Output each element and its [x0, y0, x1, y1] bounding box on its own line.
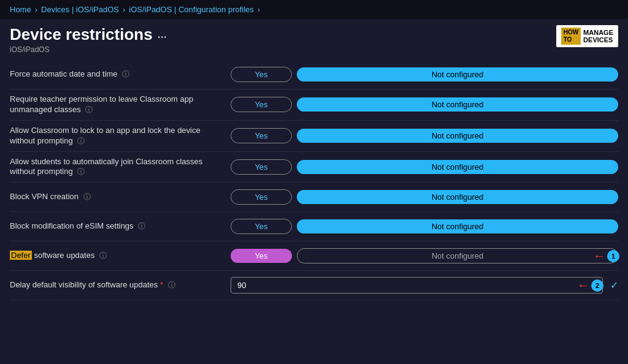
info-block-vpn[interactable]: ⓘ	[83, 192, 91, 201]
page-title-text: Device restrictions	[10, 25, 153, 44]
controls-block-esim: Yes Not configured	[231, 219, 618, 234]
badge-1: 1	[607, 250, 619, 262]
breadcrumb-sep-2: ›	[123, 5, 125, 14]
controls-defer-updates: Yes Not configured ← 1	[231, 248, 618, 264]
logo-manage: MANAGEDEVICES	[583, 29, 613, 44]
breadcrumb-sep-3: ›	[258, 5, 260, 14]
breadcrumb-sep-1: ›	[35, 5, 37, 14]
ellipsis-menu[interactable]: ...	[158, 28, 167, 41]
not-configured-block-esim[interactable]: Not configured	[297, 219, 618, 233]
breadcrumb: Home › Devices | iOS/iPadOS › iOS/iPadOS…	[0, 0, 628, 19]
label-classroom-lock: Allow Classroom to lock to an app and lo…	[10, 126, 231, 146]
label-block-esim: Block modification of eSIM settings ⓘ	[10, 221, 231, 232]
row-block-vpn: Block VPN creation ⓘ Yes Not configured	[10, 183, 618, 212]
not-configured-force-date[interactable]: Not configured	[297, 67, 618, 82]
row-students-join: Allow students to automatically join Cla…	[10, 152, 618, 183]
arrow-badge-2: ← 2	[577, 278, 603, 292]
not-configured-teacher[interactable]: Not configured	[297, 97, 618, 112]
info-force-date[interactable]: ⓘ	[122, 70, 129, 78]
row-delay-visibility: Delay default visibility of software upd…	[10, 271, 618, 300]
not-configured-block-vpn[interactable]: Not configured	[297, 190, 618, 204]
controls-students-join: Yes Not configured	[231, 159, 618, 175]
not-configured-classroom-lock[interactable]: Not configured	[297, 129, 618, 143]
row-force-date-time: Force automatic date and time ⓘ Yes Not …	[10, 60, 618, 89]
label-block-vpn: Block VPN creation ⓘ	[10, 192, 231, 202]
logo-howto: HOWTO	[561, 28, 581, 45]
info-classroom-lock[interactable]: ⓘ	[77, 137, 85, 145]
page-title: Device restrictions ...	[10, 25, 167, 44]
arrow-icon-2: ←	[577, 278, 589, 292]
controls-force-date-time: Yes Not configured	[231, 67, 618, 82]
label-teacher-permission: Require teacher permission to leave Clas…	[10, 94, 231, 115]
yes-button-block-vpn[interactable]: Yes	[231, 189, 292, 205]
badge-2: 2	[591, 279, 603, 292]
yes-button-block-esim[interactable]: Yes	[231, 219, 292, 234]
breadcrumb-profiles[interactable]: iOS/iPadOS | Configuration profiles	[129, 5, 254, 14]
controls-block-vpn: Yes Not configured	[231, 189, 618, 205]
checkmark-icon: ✓	[610, 279, 618, 291]
title-block: Device restrictions ... iOS/iPadOS	[10, 25, 167, 54]
header: Device restrictions ... iOS/iPadOS HOWTO…	[0, 19, 628, 58]
info-teacher[interactable]: ⓘ	[85, 105, 93, 114]
defer-highlight: Defer	[10, 251, 32, 260]
page-subtitle: iOS/iPadOS	[10, 45, 167, 54]
not-configured-defer-text: Not configured	[432, 251, 484, 260]
yes-button-students-join[interactable]: Yes	[231, 159, 292, 175]
row-block-esim: Block modification of eSIM settings ⓘ Ye…	[10, 212, 618, 241]
yes-button-force-date[interactable]: Yes	[231, 67, 292, 82]
delay-input[interactable]	[231, 277, 603, 294]
controls-classroom-lock: Yes Not configured	[231, 128, 618, 143]
arrow-badge-1: ← 1	[593, 249, 619, 263]
controls-teacher-permission: Yes Not configured	[231, 97, 618, 112]
controls-delay-visibility: ← 2 ✓	[231, 277, 618, 294]
info-delay[interactable]: ⓘ	[168, 281, 175, 289]
not-configured-defer[interactable]: Not configured	[297, 248, 618, 264]
breadcrumb-home[interactable]: Home	[10, 5, 31, 14]
yes-button-teacher[interactable]: Yes	[231, 97, 292, 112]
breadcrumb-devices[interactable]: Devices | iOS/iPadOS	[41, 5, 119, 14]
yes-button-defer[interactable]: Yes	[231, 249, 292, 263]
label-students-join: Allow students to automatically join Cla…	[10, 157, 231, 178]
row-teacher-permission: Require teacher permission to leave Clas…	[10, 89, 618, 121]
settings-content: Force automatic date and time ⓘ Yes Not …	[0, 58, 628, 303]
not-configured-students-join[interactable]: Not configured	[297, 160, 618, 174]
logo: HOWTO MANAGEDEVICES	[556, 25, 618, 47]
label-delay-visibility: Delay default visibility of software upd…	[10, 280, 231, 290]
info-block-esim[interactable]: ⓘ	[138, 222, 145, 230]
label-force-date-time: Force automatic date and time ⓘ	[10, 69, 231, 80]
label-defer-updates: Defer software updates ⓘ	[10, 251, 231, 261]
yes-button-classroom-lock[interactable]: Yes	[231, 128, 292, 143]
info-students-join[interactable]: ⓘ	[77, 167, 85, 176]
row-classroom-lock: Allow Classroom to lock to an app and lo…	[10, 121, 618, 152]
arrow-icon-1: ←	[593, 249, 605, 263]
row-defer-updates: Defer software updates ⓘ Yes Not configu…	[10, 241, 618, 271]
info-defer[interactable]: ⓘ	[99, 251, 107, 260]
